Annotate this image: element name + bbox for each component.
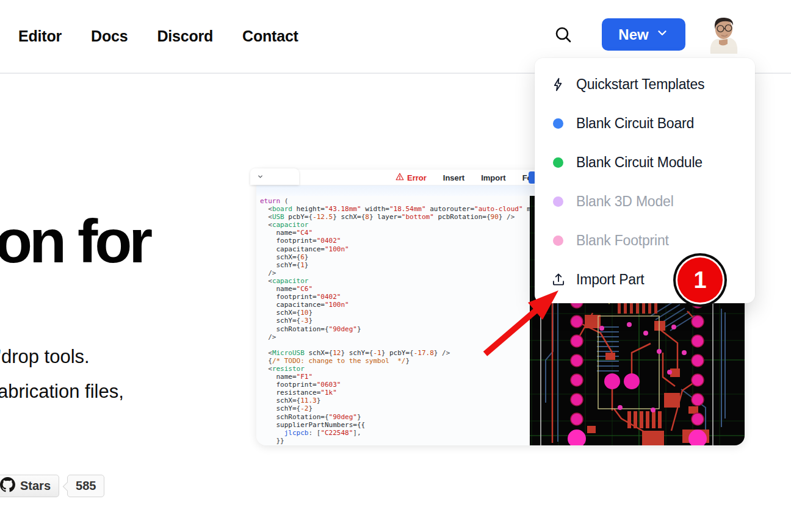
github-icon [0,477,15,495]
hero-heading-fragment: on for [0,206,150,276]
github-stars-widget: Stars 585 [0,475,104,497]
github-stars-button[interactable]: Stars [0,475,59,497]
dropdown-item-quickstart-templates[interactable]: Quickstart Templates [535,65,755,104]
code-line: resistance="1k" [260,389,530,397]
dropdown-item-blank-footprint[interactable]: Blank Footprint [535,221,755,260]
hero-paragraph-line: abrication files, [0,374,124,409]
code-line: schX={6} [260,253,530,261]
code-line: <board height="43.18mm" width="18.54mm" … [260,205,530,213]
search-button[interactable] [551,23,576,48]
code-line: name="F1" [260,373,530,381]
chevron-down-icon [257,171,264,182]
code-line: schRotation={"90deg"} [260,413,530,421]
new-dropdown-menu: Quickstart TemplatesBlank Circuit BoardB… [535,58,755,303]
nav-link-editor[interactable]: Editor [18,27,62,45]
warning-triangle-icon [396,173,404,182]
dot-icon [550,232,566,249]
new-button-label: New [618,26,648,43]
editor-file-tab[interactable] [250,168,299,185]
code-line: /> [260,269,530,277]
code-line: schY={-2} [260,404,530,412]
code-line: schY={1} [260,261,530,269]
code-line: capacitance="100n" [260,245,530,253]
code-line: <capacitor [260,221,530,229]
hero-paragraph: 'drop tools. abrication files, [0,339,124,409]
code-line: supplierPartNumbers={{ [260,421,530,429]
search-icon [554,25,573,46]
github-star-count[interactable]: 585 [67,475,104,497]
avatar[interactable] [706,13,741,54]
chevron-down-icon [656,26,669,43]
hero-paragraph-line: 'drop tools. [0,339,124,374]
code-line: <USB pcbY={-12.5} schX={8} layer="bottom… [260,213,530,221]
bolt-icon [550,76,566,93]
dropdown-item-blank-3d-model[interactable]: Blank 3D Model [535,182,755,221]
error-label: Error [407,173,427,182]
dropdown-item-blank-circuit-module[interactable]: Blank Circuit Module [535,143,755,182]
dropdown-item-label: Blank Circuit Board [576,115,694,132]
dot-icon [550,115,566,132]
dot-icon [550,193,566,210]
code-line: name="C4" [260,229,530,237]
code-line: footprint="0603" [260,381,530,389]
dropdown-item-label: Blank Circuit Module [576,154,703,171]
dot-icon [550,154,566,171]
nav-link-contact[interactable]: Contact [242,27,298,45]
nav-links: EditorDocsDiscordContact [18,0,298,72]
annotation-badge-value: 1 [693,267,706,293]
code-line: }} [260,437,530,445]
dropdown-item-label: Import Part [576,271,645,288]
new-button[interactable]: New [602,18,685,51]
import-menu-item[interactable]: Import [481,173,505,182]
error-menu-item[interactable]: Error [396,173,427,182]
dropdown-item-blank-circuit-board[interactable]: Blank Circuit Board [535,104,755,143]
nav-link-docs[interactable]: Docs [91,27,128,45]
annotation-arrow [473,279,571,362]
editor-highlight-strip [256,185,536,196]
code-line: jlcpcb: ["C22548"], [260,429,530,437]
dropdown-item-label: Blank Footprint [576,232,669,249]
code-line: footprint="0402" [260,237,530,245]
insert-menu-item[interactable]: Insert [443,173,464,182]
github-stars-label: Stars [20,479,51,493]
code-line: eturn ( [260,197,530,205]
dropdown-item-label: Blank 3D Model [576,193,674,210]
code-line: <resistor [260,365,530,373]
dropdown-item-label: Quickstart Templates [576,76,704,93]
nav-link-discord[interactable]: Discord [157,27,213,45]
code-line: schX={11.3} [260,397,530,404]
annotation-badge: 1 [677,257,723,303]
code-line: / [260,445,530,445]
